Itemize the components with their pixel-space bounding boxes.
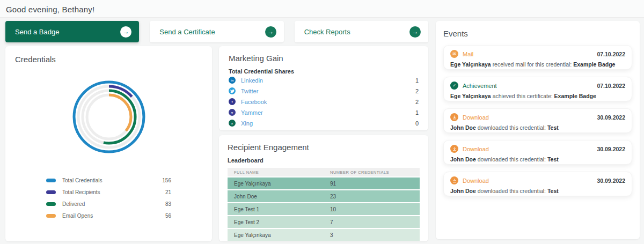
row-name: John Doe xyxy=(228,194,324,199)
twitter-icon xyxy=(229,87,236,94)
event-message: Ege Yalçınkaya received mail for this cr… xyxy=(450,61,625,68)
full-name-header: FULL NAME xyxy=(228,170,324,175)
event-message: John Doe downloaded this credential: Tes… xyxy=(450,188,625,194)
event-type-label: Download xyxy=(463,146,597,152)
row-credentials: 7 xyxy=(324,219,420,225)
marketing-gain-card: Marketing Gain Total Credential Shares i… xyxy=(219,46,428,130)
legend-swatch-total-recipients xyxy=(46,190,56,194)
marketing-gain-title: Marketing Gain xyxy=(229,54,419,63)
yammer-link[interactable]: Yammer xyxy=(241,109,415,116)
legend-swatch-total-credentials xyxy=(46,179,56,182)
recipient-engagement-title: Recipient Engagement xyxy=(228,143,420,152)
event-type-label: Download xyxy=(463,114,597,121)
legend-value: 156 xyxy=(162,178,171,183)
share-row-facebook: f Facebook 2 xyxy=(229,97,419,107)
leaderboard-label: Leaderboard xyxy=(228,157,420,164)
legend-swatch-delivered xyxy=(46,202,56,206)
check-reports-button[interactable]: Check Reports → xyxy=(295,21,428,42)
table-row[interactable]: Ege Test 1 10 xyxy=(228,202,420,215)
legend-item: Total Recipients 21 xyxy=(46,186,171,198)
download-icon xyxy=(450,113,458,121)
table-row[interactable]: Ege Yalçınkaya 3 xyxy=(228,228,420,241)
recipient-engagement-card: Recipient Engagement Leaderboard FULL NA… xyxy=(219,135,428,241)
legend-label: Total Recipients xyxy=(62,189,165,195)
event-card-download[interactable]: Download 30.09.2022 John Doe downloaded … xyxy=(443,108,632,133)
check-reports-label: Check Reports xyxy=(304,28,350,36)
legend-item: Email Opens 56 xyxy=(46,210,171,221)
row-credentials: 10 xyxy=(324,206,420,212)
arrow-right-icon: → xyxy=(409,26,421,38)
row-name: Ege Test 2 xyxy=(228,219,324,225)
xing-link[interactable]: Xing xyxy=(241,120,415,127)
yammer-icon: y xyxy=(229,109,236,116)
event-card-achievement[interactable]: ✓ Achievement 07.10.2022 Ege Yalçınkaya … xyxy=(443,77,632,101)
event-date: 07.10.2022 xyxy=(597,83,625,89)
xing-icon: x xyxy=(229,120,236,127)
leaderboard-header-row: FULL NAME NUMBER OF CREDENTIALS xyxy=(228,168,420,176)
legend-label: Email Opens xyxy=(62,213,165,219)
event-message: John Doe downloaded this credential: Tes… xyxy=(450,124,625,131)
linkedin-share-count: 1 xyxy=(415,77,419,84)
download-icon xyxy=(450,145,458,153)
credentials-chart-wrap xyxy=(15,77,202,157)
achievement-icon: ✓ xyxy=(450,82,458,90)
send-certificate-button[interactable]: Send a Certificate → xyxy=(150,21,283,42)
linkedin-link[interactable]: Linkedin xyxy=(241,77,415,84)
table-row[interactable]: Ege Yalçınkaya 91 xyxy=(228,176,420,189)
event-date: 30.09.2022 xyxy=(597,146,625,152)
event-card-mail[interactable]: ✉ Mail 07.10.2022 Ege Yalçınkaya receive… xyxy=(443,45,632,70)
share-row-yammer: y Yammer 1 xyxy=(229,107,419,117)
facebook-link[interactable]: Facebook xyxy=(241,99,415,105)
legend-item: Delivered 83 xyxy=(46,198,171,210)
event-type-label: Download xyxy=(463,178,597,184)
event-message: John Doe downloaded this credential: Tes… xyxy=(450,156,625,162)
send-badge-label: Send a Badge xyxy=(15,28,59,36)
event-type-label: Mail xyxy=(463,51,597,57)
twitter-link[interactable]: Twitter xyxy=(241,88,415,94)
xing-share-count: 0 xyxy=(415,120,419,127)
legend-label: Total Credentials xyxy=(62,178,162,183)
mail-icon: ✉ xyxy=(450,50,458,58)
legend-value: 83 xyxy=(165,201,171,207)
yammer-share-count: 1 xyxy=(415,109,419,116)
number-of-credentials-header: NUMBER OF CREDENTIALS xyxy=(324,170,420,175)
total-credential-shares-label: Total Credential Shares xyxy=(229,68,419,75)
linkedin-icon: in xyxy=(229,77,236,84)
facebook-icon: f xyxy=(229,98,236,105)
event-date: 07.10.2022 xyxy=(597,51,625,57)
twitter-share-count: 2 xyxy=(415,88,419,94)
row-name: Ege Yalçınkaya xyxy=(228,232,324,238)
event-date: 30.09.2022 xyxy=(597,178,625,184)
events-panel: Events ✉ Mail 07.10.2022 Ege Yalçınkaya … xyxy=(436,21,640,239)
row-name: Ege Test 1 xyxy=(228,206,324,212)
events-title: Events xyxy=(443,29,632,38)
facebook-share-count: 2 xyxy=(415,99,419,105)
greeting-text: Good evening, Bethany! xyxy=(6,5,638,14)
send-badge-button[interactable]: Send a Badge → xyxy=(5,21,139,42)
row-credentials: 23 xyxy=(324,194,420,199)
legend-swatch-email-opens xyxy=(46,214,56,218)
row-credentials: 91 xyxy=(324,181,420,187)
legend-item: Total Credentials 156 xyxy=(46,174,171,186)
legend-value: 56 xyxy=(165,213,171,219)
credentials-legend: Total Credentials 156 Total Recipients 2… xyxy=(46,174,171,221)
legend-value: 21 xyxy=(165,189,171,195)
event-card-download[interactable]: Download 30.09.2022 John Doe downloaded … xyxy=(443,172,632,196)
table-row[interactable]: Ege Test 2 7 xyxy=(228,215,420,228)
top-bar: Good evening, Bethany! xyxy=(0,0,644,18)
row-credentials: 3 xyxy=(324,232,420,238)
cards-row: Credentials Total Credentials 156 Total … xyxy=(5,46,428,241)
legend-label: Delivered xyxy=(62,201,165,207)
share-row-linkedin: in Linkedin 1 xyxy=(229,75,419,85)
share-row-twitter: Twitter 2 xyxy=(229,86,419,96)
credentials-ring-chart xyxy=(69,77,149,157)
arrow-right-icon: → xyxy=(265,26,276,38)
main-column: Send a Badge → Send a Certificate → Chec… xyxy=(5,21,428,241)
table-row[interactable]: John Doe 23 xyxy=(228,189,420,202)
send-certificate-label: Send a Certificate xyxy=(159,28,215,36)
credentials-card: Credentials Total Credentials 156 Total … xyxy=(5,46,212,241)
download-icon xyxy=(450,176,458,184)
event-card-download[interactable]: Download 30.09.2022 John Doe downloaded … xyxy=(443,140,632,165)
event-type-label: Achievement xyxy=(463,83,597,89)
dashboard-content: Send a Badge → Send a Certificate → Chec… xyxy=(0,18,644,241)
